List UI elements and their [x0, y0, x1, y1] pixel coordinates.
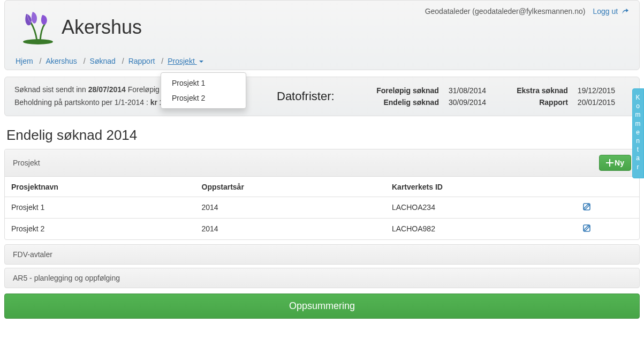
cell-name: Prosjekt 1	[5, 197, 195, 218]
dropdown-item-prosjekt-2[interactable]: Prosjekt 2	[161, 91, 246, 106]
user-display: Geodataleder (geodataleder@fylkesmannen.…	[425, 7, 586, 16]
deadline-label: Ekstra søknad	[501, 85, 572, 96]
breadcrumb-hjem[interactable]: Hjem	[16, 57, 33, 65]
ar5-panel[interactable]: AR5 - planlegging og oppfølging	[4, 268, 640, 288]
dropdown-item-prosjekt-1[interactable]: Prosjekt 1	[161, 76, 246, 91]
page-title: Endelig søknad 2014	[6, 127, 638, 144]
deadlines-table: Foreløpig søknad 31/08/2014 Ekstra søkna…	[357, 84, 630, 109]
svg-point-0	[23, 39, 53, 44]
user-info: Geodataleder (geodataleder@fylkesmannen.…	[425, 7, 628, 16]
cell-kid: LACHOA234	[385, 197, 576, 218]
breadcrumb-akershus[interactable]: Akershus	[46, 57, 77, 65]
deadline-label: Rapport	[501, 97, 572, 108]
caret-down-icon	[199, 61, 203, 63]
prosjekt-panel: Prosjekt Ny Prosjektnavn Oppstartsår Kar…	[4, 149, 640, 240]
deadline-label: Endelig søknad	[358, 97, 443, 108]
col-year: Oppstartsår	[195, 177, 386, 197]
breadcrumb-prosjekt-dropdown[interactable]: Prosjekt	[168, 57, 203, 65]
balance-prefix: Beholdning på partskonto per 1/1-2014 :	[14, 98, 150, 107]
deadline-value: 31/08/2014	[444, 85, 499, 96]
site-title: Akershus	[62, 16, 142, 39]
edit-icon	[582, 202, 591, 211]
breadcrumb-rapport[interactable]: Rapport	[128, 57, 155, 65]
table-row: Prosjekt 2 2014 LACHOA982	[5, 218, 639, 239]
sent-date: 28/07/2014	[88, 85, 126, 94]
logout-link[interactable]: Logg ut	[593, 7, 628, 16]
deadline-label: Foreløpig søknad	[358, 85, 443, 96]
cell-year: 2014	[195, 218, 386, 239]
cell-kid: LACHOA982	[385, 218, 576, 239]
table-row: Prosjekt 1 2014 LACHOA234	[5, 197, 639, 218]
sent-prefix: Søknad sist sendt inn	[14, 85, 88, 94]
site-logo	[16, 9, 58, 46]
deadline-value: 19/12/2015	[573, 85, 628, 96]
header-panel: Geodataleder (geodataleder@fylkesmannen.…	[4, 0, 640, 70]
info-bar: Søknad sist sendt inn 28/07/2014 Foreløp…	[4, 77, 640, 116]
new-prosjekt-button[interactable]: Ny	[599, 155, 631, 171]
fdv-panel[interactable]: FDV-avtaler	[4, 244, 640, 265]
col-name: Prosjektnavn	[5, 177, 195, 197]
cell-year: 2014	[195, 197, 386, 218]
prosjekt-dropdown-menu: Prosjekt 1 Prosjekt 2	[161, 72, 246, 109]
oppsummering-button[interactable]: Oppsummering	[4, 294, 640, 319]
col-actions	[576, 177, 640, 197]
breadcrumb: Hjem Akershus Søknad Rapport Prosjekt	[16, 57, 628, 65]
share-icon	[621, 8, 628, 16]
deadlines-title: Datofrister:	[277, 89, 357, 103]
edit-button[interactable]	[582, 225, 591, 234]
breadcrumb-soknad[interactable]: Søknad	[90, 57, 116, 65]
cell-name: Prosjekt 2	[5, 218, 195, 239]
edit-button[interactable]	[582, 204, 591, 213]
deadline-value: 30/09/2014	[444, 97, 499, 108]
col-kid: Kartverkets ID	[385, 177, 576, 197]
plus-icon	[606, 159, 613, 167]
edit-icon	[582, 224, 591, 232]
prosjekt-panel-title: Prosjekt	[13, 159, 40, 167]
prosjekt-table: Prosjektnavn Oppstartsår Kartverkets ID …	[5, 177, 639, 239]
kommentar-tab[interactable]: Kommentar	[632, 88, 644, 178]
deadline-value: 20/01/2015	[573, 97, 628, 108]
